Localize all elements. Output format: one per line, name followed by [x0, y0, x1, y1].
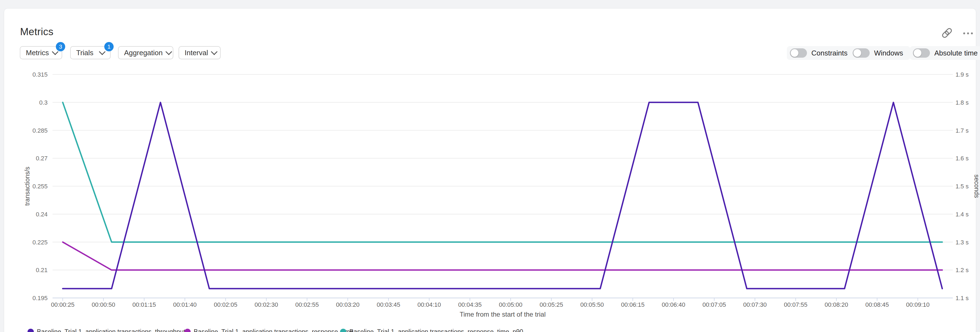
x-tick-label: 00:02:30	[255, 301, 278, 308]
y-right-tick-label: 1.4 s	[956, 211, 969, 218]
toggle-switch-icon[interactable]	[913, 48, 930, 58]
y-right-tick-label: 1.7 s	[956, 127, 969, 134]
count-badge: 1	[104, 42, 114, 51]
toggle-windows[interactable]: Windows	[850, 46, 910, 60]
y-right-tick-label: 1.1 s	[956, 295, 969, 302]
toggle-thumb	[914, 49, 921, 57]
y-left-tick-label: 0.24	[36, 211, 48, 218]
legend-label: Baseline, Trial 1, application.transacti…	[37, 328, 185, 332]
y-left-tick-label: 0.255	[32, 183, 48, 190]
more-options-button[interactable]	[963, 30, 978, 36]
filter-button-label: Trials	[76, 49, 94, 57]
legend-label: Baseline, Trial 1, application.transacti…	[349, 328, 523, 332]
ellipsis-icon	[963, 32, 965, 34]
toggle-switch-icon[interactable]	[853, 48, 870, 58]
y-left-tick-label: 0.3	[39, 99, 48, 106]
filter-button-metrics[interactable]: Metrics3	[20, 46, 62, 59]
filter-button-trials[interactable]: Trials1	[70, 46, 111, 59]
x-tick-label: 00:05:25	[539, 301, 563, 308]
toggle-absolute-time[interactable]: Absolute time	[910, 46, 980, 60]
x-tick-label: 00:08:45	[865, 301, 889, 308]
toggle-label: Windows	[874, 49, 903, 57]
toggle-thumb	[791, 49, 799, 57]
toggle-switch-icon[interactable]	[790, 48, 807, 58]
filter-button-interval[interactable]: Interval	[178, 46, 221, 59]
share-link-button[interactable]	[941, 27, 953, 39]
x-tick-label: 00:06:15	[621, 301, 644, 308]
toggle-thumb	[853, 49, 861, 57]
y-right-tick-label: 1.3 s	[956, 239, 969, 246]
count-badge: 3	[56, 42, 65, 51]
legend-label: Baseline, Trial 1, application.transacti…	[194, 328, 353, 332]
y-left-axis-title: transactions/s	[24, 167, 31, 206]
x-tick-label: 00:06:40	[662, 301, 685, 308]
toggle-label: Constraints	[811, 49, 848, 57]
y-right-tick-label: 1.5 s	[956, 183, 969, 190]
chevron-down-icon	[99, 48, 105, 55]
x-tick-label: 00:08:20	[824, 301, 848, 308]
x-tick-label: 00:03:20	[336, 301, 360, 308]
series-line-transactions-response-time-p90	[63, 103, 942, 242]
legend-item-transactions-response-time-p90[interactable]: Baseline, Trial 1, application.transacti…	[340, 328, 523, 332]
x-tick-label: 00:04:10	[417, 301, 441, 308]
metrics-card: Metrics Metrics3Trials1AggregationInterv…	[4, 8, 976, 332]
legend-item-transactions-response-time[interactable]: Baseline, Trial 1, application.transacti…	[185, 328, 353, 332]
chevron-down-icon	[211, 48, 218, 55]
y-left-tick-label: 0.315	[32, 71, 48, 78]
x-tick-label: 00:07:05	[702, 301, 726, 308]
x-tick-label: 00:01:40	[173, 301, 197, 308]
legend-dot-icon	[185, 329, 191, 332]
filter-button-label: Metrics	[26, 49, 49, 57]
x-tick-label: 00:07:30	[743, 301, 767, 308]
x-tick-label: 00:03:45	[377, 301, 400, 308]
toggle-constraints[interactable]: Constraints	[787, 46, 855, 60]
filter-button-label: Aggregation	[124, 49, 162, 57]
x-tick-label: 00:02:05	[214, 301, 237, 308]
filter-button-label: Interval	[185, 49, 208, 57]
series-line-transactions-throughput	[63, 103, 942, 289]
x-tick-label: 00:07:55	[784, 301, 808, 308]
x-tick-label: 00:05:00	[499, 301, 522, 308]
chevron-down-icon	[165, 48, 172, 55]
toggle-label: Absolute time	[934, 49, 978, 57]
legend-dot-icon	[340, 329, 346, 332]
y-left-tick-label: 0.225	[32, 239, 48, 246]
y-right-tick-label: 1.8 s	[956, 99, 969, 106]
x-tick-label: 00:09:10	[906, 301, 930, 308]
y-right-tick-label: 1.2 s	[956, 267, 969, 274]
y-left-tick-label: 0.195	[32, 295, 48, 302]
y-left-tick-label: 0.285	[32, 127, 48, 134]
x-axis-title: Time from the start of the trial	[460, 311, 546, 318]
page-title: Metrics	[20, 26, 53, 38]
filter-button-aggregation[interactable]: Aggregation	[118, 46, 173, 59]
legend-dot-icon	[27, 329, 34, 332]
y-right-axis-title: seconds	[973, 174, 980, 198]
x-tick-label: 00:05:50	[580, 301, 604, 308]
x-tick-label: 00:00:25	[51, 301, 75, 308]
legend-item-transactions-throughput[interactable]: Baseline, Trial 1, application.transacti…	[27, 328, 185, 332]
y-right-tick-label: 1.6 s	[956, 155, 969, 162]
y-left-tick-label: 0.21	[36, 267, 48, 274]
link-icon	[941, 36, 953, 40]
x-tick-label: 00:00:50	[92, 301, 115, 308]
x-tick-label: 00:04:35	[458, 301, 482, 308]
metrics-panel: Metrics Metrics3Trials1AggregationInterv…	[0, 0, 980, 332]
y-left-tick-label: 0.27	[36, 155, 48, 162]
y-right-tick-label: 1.9 s	[956, 71, 969, 78]
series-line-transactions-response-time	[63, 242, 942, 270]
x-tick-label: 00:01:15	[132, 301, 156, 308]
x-tick-label: 00:02:55	[295, 301, 319, 308]
